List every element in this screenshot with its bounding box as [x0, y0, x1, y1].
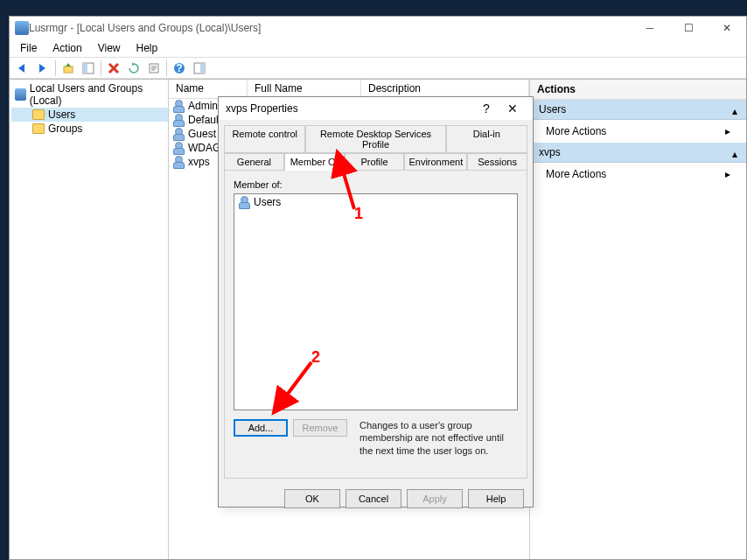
annotation-arrow-2: 2 [269, 352, 322, 424]
tab-general[interactable]: General [224, 153, 284, 171]
export-button[interactable] [144, 60, 164, 77]
dialog-footer: OK Cancel Apply Help [219, 479, 533, 519]
chevron-right-icon: ▸ [725, 125, 730, 137]
actions-group-xvps[interactable]: xvps ▴ [530, 143, 746, 163]
svg-rect-2 [83, 63, 87, 74]
col-description[interactable]: Description [361, 80, 529, 98]
ok-button[interactable]: OK [284, 489, 340, 508]
tree-root-icon [15, 88, 26, 101]
titlebar: Lusrmgr - [Local Users and Groups (Local… [10, 17, 746, 39]
svg-rect-0 [64, 66, 73, 73]
user-icon [172, 156, 185, 168]
actions-more-xvps[interactable]: More Actions ▸ [530, 163, 746, 186]
maximize-button[interactable]: ☐ [669, 17, 708, 39]
dialog-close-button[interactable]: ✕ [499, 102, 526, 116]
tabstrip: Remote control Remote Desktop Services P… [224, 125, 527, 171]
folder-icon [32, 123, 45, 134]
group-icon [238, 196, 250, 208]
up-button[interactable] [59, 60, 78, 77]
delete-button[interactable] [104, 60, 123, 77]
tree-groups[interactable]: Groups [11, 122, 168, 136]
dialog-help-button[interactable]: ? [473, 102, 499, 116]
col-fullname[interactable]: Full Name [248, 80, 361, 98]
tab-sessions[interactable]: Sessions [467, 153, 527, 171]
member-of-label: Member of: [234, 179, 518, 190]
tab-environment[interactable]: Environment [404, 153, 467, 171]
menu-help[interactable]: Help [129, 40, 165, 56]
actions-more-users[interactable]: More Actions ▸ [530, 120, 746, 143]
actions-group-users[interactable]: Users ▴ [530, 100, 746, 120]
properties-dialog: xvps Properties ? ✕ Remote control Remot… [218, 96, 534, 508]
tree-pane: Local Users and Groups (Local) Users Gro… [10, 79, 169, 559]
user-icon [172, 100, 185, 112]
tab-remote-control[interactable]: Remote control [224, 125, 305, 153]
svg-line-9 [280, 362, 311, 404]
forward-button[interactable] [33, 60, 52, 77]
col-name[interactable]: Name [169, 80, 248, 98]
tree-groups-label: Groups [48, 122, 82, 135]
refresh-button[interactable] [124, 60, 143, 77]
dialog-help-button[interactable]: Help [468, 489, 524, 508]
toolbar: ? [10, 57, 746, 79]
actions-pane: Actions Users ▴ More Actions ▸ xvps ▴ Mo… [529, 79, 746, 559]
menu-view[interactable]: View [91, 40, 128, 56]
collapse-icon: ▴ [732, 105, 737, 117]
menu-action[interactable]: Action [45, 40, 88, 56]
actions-title: Actions [530, 80, 746, 100]
svg-line-8 [340, 162, 354, 209]
back-button[interactable] [13, 60, 32, 77]
chevron-right-icon: ▸ [725, 168, 730, 180]
membership-note: Changes to a user's group membership are… [353, 419, 518, 457]
user-icon [172, 142, 185, 154]
apply-button: Apply [407, 489, 463, 508]
dialog-titlebar: xvps Properties ? ✕ [219, 97, 533, 120]
app-icon [15, 21, 29, 35]
user-icon [172, 128, 185, 140]
tree-root-label: Local Users and Groups (Local) [30, 82, 164, 107]
tab-dial-in[interactable]: Dial-in [446, 125, 527, 153]
show-hide-button[interactable] [79, 60, 98, 77]
svg-rect-7 [200, 63, 205, 74]
cancel-button[interactable]: Cancel [346, 489, 401, 508]
help-button[interactable]: ? [170, 60, 189, 77]
close-button[interactable]: ✕ [708, 17, 746, 39]
dialog-title: xvps Properties [226, 102, 473, 115]
svg-text:?: ? [176, 62, 182, 74]
menu-file[interactable]: File [13, 40, 44, 56]
collapse-icon: ▴ [732, 148, 737, 160]
tree-users-label: Users [48, 108, 75, 121]
tab-body: Member of: Users Add... Remove Changes t… [224, 171, 527, 479]
tree-users[interactable]: Users [11, 108, 168, 122]
window-title: Lusrmgr - [Local Users and Groups (Local… [29, 22, 631, 34]
user-icon [172, 114, 185, 126]
folder-icon [32, 109, 45, 120]
tab-rds-profile[interactable]: Remote Desktop Services Profile [305, 125, 445, 153]
list-item[interactable]: Users [234, 194, 517, 210]
minimize-button[interactable]: ─ [631, 17, 669, 39]
actionpane-button[interactable] [190, 60, 209, 77]
tree-root[interactable]: Local Users and Groups (Local) [11, 81, 168, 108]
annotation-arrow-1: 1 [330, 157, 365, 229]
menubar: File Action View Help [10, 39, 746, 57]
